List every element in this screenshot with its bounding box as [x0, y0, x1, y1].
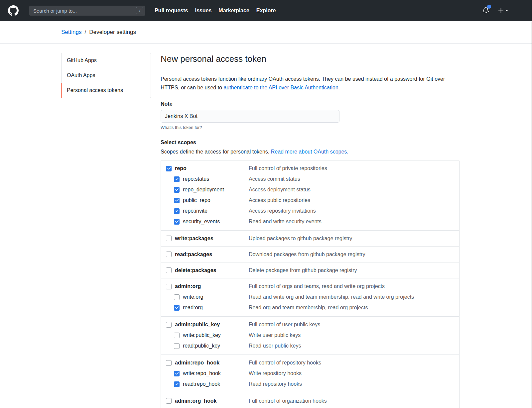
scope-checkbox-delete-packages[interactable] [166, 267, 172, 273]
page-title: New personal access token [161, 52, 460, 69]
breadcrumb-separator: / [84, 29, 86, 36]
scope-checkbox-public-repo[interactable] [174, 198, 180, 203]
developer-settings-menu: GitHub AppsOAuth AppsPersonal access tok… [61, 53, 151, 98]
scope-name: read:packages [175, 252, 212, 257]
scope-checkbox-repo-deployment[interactable] [174, 187, 180, 193]
sidebar-item-github-apps[interactable]: GitHub Apps [62, 53, 151, 68]
scope-name: write:public_key [183, 332, 221, 338]
scope-checkbox-write-packages[interactable] [166, 236, 172, 241]
breadcrumb: Settings / Developer settings [0, 21, 532, 44]
scope-checkbox-write-repo-hook[interactable] [174, 371, 180, 376]
scope-label-admin-repo-hook[interactable]: admin:repo_hook [166, 360, 249, 366]
scope-name: repo:invite [183, 208, 207, 214]
scope-group-admin-repo-hook: admin:repo_hookFull control of repositor… [161, 355, 459, 393]
github-logo-icon[interactable] [8, 5, 19, 16]
scope-checkbox-admin-public-key[interactable] [166, 322, 172, 328]
scope-label-admin-public-key[interactable]: admin:public_key [166, 322, 249, 328]
scope-row-security-events: security_eventsRead and write security e… [161, 216, 459, 227]
scope-name: read:repo_hook [183, 381, 220, 387]
main-content: New personal access token Personal acces… [161, 52, 460, 408]
intro-paragraph: Personal access tokens function like ord… [161, 75, 460, 92]
scope-name: write:org [183, 294, 203, 300]
scope-description: Full control of orgs and teams, read and… [249, 283, 385, 289]
oauth-scopes-link[interactable]: Read more about OAuth scopes. [271, 149, 348, 154]
scope-description: Delete packages from github package regi… [249, 267, 357, 273]
scope-description: Access repository invitations [249, 208, 316, 214]
scope-description: Download packages from github package re… [249, 252, 365, 257]
scope-label-repo-deployment[interactable]: repo_deployment [174, 187, 249, 193]
scope-label-delete-packages[interactable]: delete:packages [166, 267, 249, 273]
header-search: / [29, 6, 145, 16]
page-scrollbar[interactable] [531, 0, 532, 408]
intro-text-end: . [338, 85, 340, 90]
scope-label-write-org[interactable]: write:org [174, 294, 249, 300]
scope-name: repo_deployment [183, 187, 224, 193]
scope-label-repo-invite[interactable]: repo:invite [174, 208, 249, 214]
scope-checkbox-security-events[interactable] [174, 219, 180, 225]
scope-description: Access deployment status [249, 187, 311, 193]
scope-checkbox-read-public-key[interactable] [174, 343, 180, 349]
scope-row-admin-public-key: admin:public_keyFull control of user pub… [161, 319, 459, 330]
scope-checkbox-admin-org[interactable] [166, 284, 172, 289]
scopes-table: repoFull control of private repositories… [161, 160, 460, 408]
notifications-button[interactable] [482, 6, 489, 15]
scope-row-repo: repoFull control of private repositories [161, 163, 459, 174]
global-header: / Pull requestsIssuesMarketplaceExplore [0, 0, 532, 21]
scope-description: Full control of private repositories [249, 165, 327, 171]
scope-name: repo:status [183, 176, 209, 182]
scope-label-repo-status[interactable]: repo:status [174, 176, 249, 182]
scope-checkbox-admin-org-hook[interactable] [166, 398, 172, 404]
scope-name: delete:packages [175, 267, 216, 273]
scope-checkbox-write-org[interactable] [174, 294, 180, 300]
scope-checkbox-repo[interactable] [166, 166, 172, 171]
scope-label-admin-org[interactable]: admin:org [166, 283, 249, 289]
scope-description: Write repository hooks [249, 370, 302, 376]
scope-label-write-repo-hook[interactable]: write:repo_hook [174, 370, 249, 376]
breadcrumb-current: Developer settings [89, 29, 136, 36]
sidebar-item-personal-access-tokens[interactable]: Personal access tokens [62, 83, 151, 98]
nav-explore[interactable]: Explore [256, 8, 276, 14]
scope-checkbox-write-public-key[interactable] [174, 333, 180, 338]
scope-label-security-events[interactable]: security_events [174, 219, 249, 225]
scope-row-public-repo: public_repoAccess public repositories [161, 195, 459, 206]
scope-label-write-public-key[interactable]: write:public_key [174, 332, 249, 338]
caret-down-icon [505, 10, 508, 11]
scope-label-read-repo-hook[interactable]: read:repo_hook [174, 381, 249, 387]
scope-description: Read and write org and team membership, … [249, 294, 414, 300]
search-input[interactable] [29, 6, 145, 16]
scope-label-public-repo[interactable]: public_repo [174, 197, 249, 203]
scope-row-read-repo-hook: read:repo_hookRead repository hooks [161, 379, 459, 389]
scope-name: write:repo_hook [183, 370, 221, 376]
scope-name: read:public_key [183, 343, 220, 349]
scope-row-admin-org: admin:orgFull control of orgs and teams,… [161, 281, 459, 292]
scope-row-write-packages: write:packagesUpload packages to github … [161, 235, 459, 242]
breadcrumb-settings-link[interactable]: Settings [61, 29, 81, 36]
scope-name: admin:org_hook [175, 398, 216, 404]
scope-label-admin-org-hook[interactable]: admin:org_hook [166, 398, 249, 404]
scope-checkbox-read-packages[interactable] [166, 252, 172, 257]
scope-label-read-packages[interactable]: read:packages [166, 252, 249, 257]
scope-group-write-packages: write:packagesUpload packages to github … [161, 230, 459, 246]
scope-checkbox-repo-status[interactable] [174, 176, 180, 182]
scope-checkbox-read-repo-hook[interactable] [174, 381, 180, 387]
basic-auth-link[interactable]: authenticate to the API over Basic Authe… [223, 85, 338, 90]
scope-checkbox-read-org[interactable] [174, 305, 180, 311]
scope-checkbox-admin-repo-hook[interactable] [166, 360, 172, 366]
scope-label-repo[interactable]: repo [166, 165, 249, 171]
scope-label-read-public-key[interactable]: read:public_key [174, 343, 249, 349]
scope-row-read-packages: read:packagesDownload packages from gith… [161, 251, 459, 258]
scope-checkbox-repo-invite[interactable] [174, 208, 180, 214]
nav-issues[interactable]: Issues [195, 8, 211, 14]
nav-marketplace[interactable]: Marketplace [218, 8, 249, 14]
scope-name: repo [175, 165, 187, 171]
scope-name: write:packages [175, 236, 213, 242]
scope-label-write-packages[interactable]: write:packages [166, 236, 249, 242]
sidebar-item-oauth-apps[interactable]: OAuth Apps [62, 68, 151, 83]
create-new-button[interactable] [498, 8, 508, 14]
scope-name: admin:public_key [175, 322, 220, 328]
nav-pull-requests[interactable]: Pull requests [155, 8, 188, 14]
scope-description: Write user public keys [249, 332, 301, 338]
scope-label-read-org[interactable]: read:org [174, 305, 249, 311]
note-input[interactable] [161, 110, 339, 123]
scope-name: read:org [183, 305, 203, 311]
